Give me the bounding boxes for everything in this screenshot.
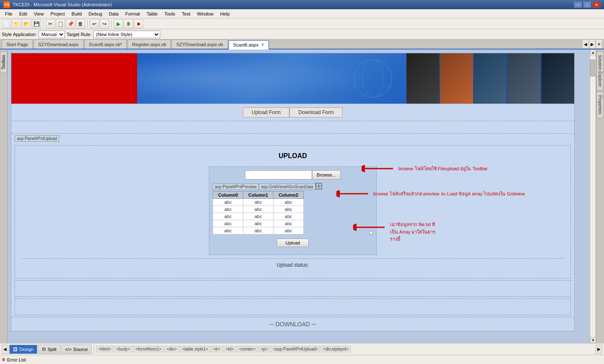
main-container: Toolbox <box>0 49 604 343</box>
scroll-thumb[interactable] <box>590 60 595 76</box>
scroll-down-arrow[interactable]: ▼ <box>590 337 596 343</box>
annotation-1-text: browse ไฟล์โดยใช้ Fileupload อยูใน Toolb… <box>398 165 488 172</box>
tb-save[interactable]: 💾 <box>32 19 41 29</box>
source-mode-tab[interactable]: </> Source <box>61 345 92 354</box>
tab-scant6-vb[interactable]: Scant6.aspx.vb* <box>84 39 127 49</box>
menu-help[interactable]: Help <box>217 10 233 17</box>
bc-td[interactable]: <td> <box>224 346 236 352</box>
upload-form-button[interactable]: Upload Form <box>243 107 289 117</box>
error-list-label[interactable]: Error List <box>7 357 26 362</box>
tab-start-page[interactable]: Start Page <box>2 39 33 49</box>
toolbar-separator-2 <box>87 20 88 28</box>
menu-test[interactable]: Test <box>179 10 194 17</box>
upload-status: Upload status: <box>22 258 564 271</box>
bc-table[interactable]: <table.style1> <box>180 346 210 352</box>
menu-format[interactable]: Format <box>122 10 143 17</box>
grid-cell: abc <box>243 213 273 220</box>
tab-szydownload-vb[interactable]: SZYDownload.aspx.vb <box>172 39 227 49</box>
style-mode-select[interactable]: Manual <box>39 31 65 38</box>
grid-cell: abc <box>243 206 273 213</box>
toolbox-tab[interactable]: Toolbox <box>0 51 7 73</box>
grid-cell: abc <box>213 206 243 213</box>
tb-stop[interactable]: ■ <box>134 19 143 29</box>
scroll-track[interactable] <box>590 55 596 337</box>
tab-scroll-right[interactable]: ▶ <box>589 39 596 49</box>
title-bar: VS TKCEDI - Microsoft Visual Studio (Adm… <box>0 0 604 9</box>
grid-row-5: abc abc abc <box>213 227 304 234</box>
thumb-1 <box>406 53 439 104</box>
split-mode-tab[interactable]: ⊟ Split <box>38 345 60 354</box>
tb-run[interactable]: ▶ <box>114 19 123 29</box>
tab-scant6-aspx[interactable]: Scant6.aspx ✕ <box>229 40 269 49</box>
menu-tools[interactable]: Tools <box>161 10 179 17</box>
menu-project[interactable]: Project <box>47 10 68 17</box>
menu-edit[interactable]: Edit <box>16 10 31 17</box>
tab-register-vb[interactable]: Register.aspx.vb <box>128 39 171 49</box>
upload-button[interactable]: Upload <box>277 239 309 247</box>
arrow2-icon <box>336 187 370 200</box>
menu-view[interactable]: View <box>31 10 47 17</box>
spacer-row <box>11 121 574 134</box>
menu-bar: File Edit View Project Build Debug Data … <box>0 9 604 18</box>
design-mode-tab[interactable]: 🖼 Design <box>9 345 37 354</box>
download-form-button[interactable]: Download Form <box>289 107 343 117</box>
toolbar-separator-3 <box>111 20 112 28</box>
design-area[interactable]: Upload Form Download Form asp:Panel#PnlU… <box>8 49 590 343</box>
target-rule-select[interactable]: (New Inline Style) <box>93 31 160 38</box>
tab-scroll-left[interactable]: ◀ <box>582 39 589 49</box>
annotation-2: browse ไฟล์เสร็จแล้วกด preview จะ Load ข… <box>336 187 525 200</box>
menu-data[interactable]: Data <box>106 10 122 17</box>
tb-cut[interactable]: ✂ <box>46 19 55 29</box>
grid-cell: abc <box>243 220 273 227</box>
bc-div-stylepnl[interactable]: <div.stylepnl> <box>321 346 350 352</box>
tb-undo[interactable]: ↩ <box>90 19 99 29</box>
bc-panel[interactable]: <asp:Panel#PnlUpload> <box>271 346 320 352</box>
tb-delete[interactable]: 🗑 <box>76 19 85 29</box>
minimize-button[interactable]: ─ <box>574 1 582 8</box>
bc-center[interactable]: <center> <box>237 346 258 352</box>
browse-button[interactable]: Browse... <box>312 170 341 179</box>
upload-panel: UPLOAD Browse... asp:Panel#PnlPrev <box>15 145 571 278</box>
restore-button[interactable]: □ <box>583 1 591 8</box>
split-icon: ⊟ <box>42 346 46 352</box>
tb-pause[interactable]: ⏸ <box>124 19 133 29</box>
tb-paste[interactable]: 📌 <box>66 19 75 29</box>
nav-bar: Upload Form Download Form <box>11 104 574 121</box>
tab-close-all[interactable]: ✕ <box>596 39 602 49</box>
menu-file[interactable]: File <box>2 10 16 17</box>
bc-html[interactable]: <html> <box>96 346 113 352</box>
tab-szydownload[interactable]: SZYDownload.aspx <box>34 39 83 49</box>
bc-tr[interactable]: <tr> <box>211 346 223 352</box>
breadcrumb-nav-right[interactable]: ▶ <box>596 345 602 354</box>
grid-cell: abc <box>273 220 304 227</box>
window-controls: ─ □ ✕ <box>574 1 601 8</box>
bc-form[interactable]: <form#form1> <box>133 346 164 352</box>
annotation-1: browse ไฟล์โดยใช้ Fileupload อยูใน Toolb… <box>362 162 488 175</box>
breadcrumb-nav-left[interactable]: ◀ <box>2 345 8 354</box>
menu-build[interactable]: Build <box>68 10 85 17</box>
bc-body[interactable]: <body> <box>114 346 132 352</box>
menu-debug[interactable]: Debug <box>85 10 105 17</box>
file-upload-container: Browse... asp:Panel#PnlPreview asp:GridV… <box>209 166 377 255</box>
properties-tab[interactable]: Properties <box>596 91 604 118</box>
tb-open[interactable]: 📁 <box>12 19 21 29</box>
tab-close-icon[interactable]: ✕ <box>261 42 264 47</box>
expand-icon[interactable] <box>315 183 322 190</box>
file-path-input[interactable] <box>245 170 312 179</box>
close-button[interactable]: ✕ <box>592 1 601 8</box>
bc-div[interactable]: <div> <box>164 346 179 352</box>
vertical-scrollbar[interactable]: ▲ ▼ <box>590 49 596 343</box>
bc-p[interactable]: <p> <box>258 346 270 352</box>
menu-window[interactable]: Window <box>194 10 217 17</box>
scroll-up-arrow[interactable]: ▲ <box>590 49 596 55</box>
empty-panel-2 <box>15 299 571 315</box>
thumb-2 <box>440 53 473 104</box>
tb-open2[interactable]: 📂 <box>22 19 31 29</box>
menu-table[interactable]: Table <box>143 10 161 17</box>
grid-row-3: abc abc abc <box>213 213 304 220</box>
tb-redo[interactable]: ↪ <box>100 19 109 29</box>
solution-explorer-tab[interactable]: Solution Explorer <box>596 51 604 91</box>
tb-copy[interactable]: 📋 <box>56 19 65 29</box>
empty-panel <box>15 280 571 297</box>
tb-new[interactable]: 📄 <box>2 19 11 29</box>
